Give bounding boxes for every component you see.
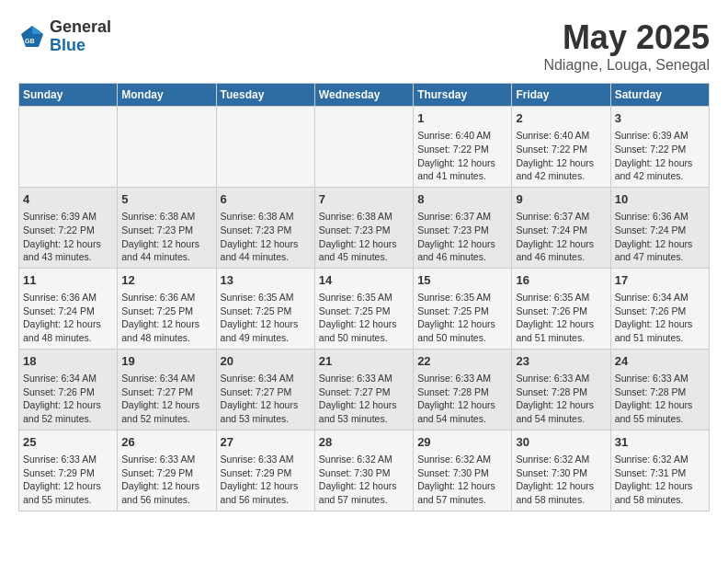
day-content: Sunrise: 6:32 AM Sunset: 7:30 PM Dayligh… [417, 453, 507, 507]
day-content: Sunrise: 6:36 AM Sunset: 7:24 PM Dayligh… [615, 210, 705, 264]
day-number: 9 [516, 191, 606, 208]
day-content: Sunrise: 6:39 AM Sunset: 7:22 PM Dayligh… [23, 210, 113, 264]
day-content: Sunrise: 6:33 AM Sunset: 7:28 PM Dayligh… [516, 372, 606, 426]
day-content: Sunrise: 6:35 AM Sunset: 7:25 PM Dayligh… [319, 291, 409, 345]
day-number: 8 [417, 191, 507, 208]
day-content: Sunrise: 6:32 AM Sunset: 7:31 PM Dayligh… [615, 453, 705, 507]
header-cell-wednesday: Wednesday [314, 84, 413, 107]
calendar-cell: 8Sunrise: 6:37 AM Sunset: 7:23 PM Daylig… [414, 187, 512, 268]
logo-general-text: General [50, 18, 111, 37]
day-number: 2 [516, 110, 606, 127]
header-cell-saturday: Saturday [610, 84, 709, 107]
calendar-cell [314, 107, 413, 188]
week-row-2: 4Sunrise: 6:39 AM Sunset: 7:22 PM Daylig… [19, 187, 710, 268]
calendar-cell: 20Sunrise: 6:34 AM Sunset: 7:27 PM Dayli… [216, 349, 314, 430]
calendar-cell: 31Sunrise: 6:32 AM Sunset: 7:31 PM Dayli… [610, 430, 709, 511]
page-subtitle: Ndiagne, Louga, Senegal [543, 57, 710, 74]
day-number: 12 [121, 272, 211, 289]
title-block: May 2025 Ndiagne, Louga, Senegal [543, 18, 710, 74]
day-content: Sunrise: 6:40 AM Sunset: 7:22 PM Dayligh… [516, 129, 606, 183]
day-number: 1 [417, 110, 507, 127]
day-number: 10 [615, 191, 705, 208]
calendar-cell: 10Sunrise: 6:36 AM Sunset: 7:24 PM Dayli… [610, 187, 709, 268]
calendar-cell: 14Sunrise: 6:35 AM Sunset: 7:25 PM Dayli… [314, 268, 413, 349]
day-content: Sunrise: 6:35 AM Sunset: 7:26 PM Dayligh… [516, 291, 606, 345]
header-row: SundayMondayTuesdayWednesdayThursdayFrid… [19, 84, 710, 107]
header-cell-monday: Monday [118, 84, 216, 107]
day-content: Sunrise: 6:33 AM Sunset: 7:29 PM Dayligh… [121, 453, 211, 507]
calendar-cell: 13Sunrise: 6:35 AM Sunset: 7:25 PM Dayli… [216, 268, 314, 349]
day-content: Sunrise: 6:34 AM Sunset: 7:26 PM Dayligh… [23, 372, 113, 426]
day-content: Sunrise: 6:33 AM Sunset: 7:27 PM Dayligh… [319, 372, 409, 426]
day-number: 19 [121, 353, 211, 370]
day-number: 27 [221, 434, 311, 451]
calendar-cell: 22Sunrise: 6:33 AM Sunset: 7:28 PM Dayli… [414, 349, 512, 430]
day-content: Sunrise: 6:34 AM Sunset: 7:27 PM Dayligh… [221, 372, 311, 426]
calendar-body: 1Sunrise: 6:40 AM Sunset: 7:22 PM Daylig… [19, 107, 710, 511]
calendar-cell: 28Sunrise: 6:32 AM Sunset: 7:30 PM Dayli… [314, 430, 413, 511]
logo-text: General Blue [50, 18, 111, 55]
day-number: 18 [23, 353, 113, 370]
day-number: 31 [615, 434, 705, 451]
calendar-cell: 11Sunrise: 6:36 AM Sunset: 7:24 PM Dayli… [19, 268, 118, 349]
calendar-cell: 17Sunrise: 6:34 AM Sunset: 7:26 PM Dayli… [610, 268, 709, 349]
day-content: Sunrise: 6:33 AM Sunset: 7:28 PM Dayligh… [417, 372, 507, 426]
day-number: 11 [23, 272, 113, 289]
calendar-cell: 4Sunrise: 6:39 AM Sunset: 7:22 PM Daylig… [19, 187, 118, 268]
day-content: Sunrise: 6:38 AM Sunset: 7:23 PM Dayligh… [121, 210, 211, 264]
day-content: Sunrise: 6:38 AM Sunset: 7:23 PM Dayligh… [221, 210, 311, 264]
calendar-cell: 12Sunrise: 6:36 AM Sunset: 7:25 PM Dayli… [118, 268, 216, 349]
day-number: 21 [319, 353, 409, 370]
calendar-cell: 2Sunrise: 6:40 AM Sunset: 7:22 PM Daylig… [512, 107, 610, 188]
day-number: 30 [516, 434, 606, 451]
day-number: 29 [417, 434, 507, 451]
calendar-cell: 30Sunrise: 6:32 AM Sunset: 7:30 PM Dayli… [512, 430, 610, 511]
calendar-cell: 24Sunrise: 6:33 AM Sunset: 7:28 PM Dayli… [610, 349, 709, 430]
week-row-3: 11Sunrise: 6:36 AM Sunset: 7:24 PM Dayli… [19, 268, 710, 349]
calendar-cell: 19Sunrise: 6:34 AM Sunset: 7:27 PM Dayli… [118, 349, 216, 430]
logo-blue-text: Blue [50, 37, 111, 55]
day-number: 26 [121, 434, 211, 451]
calendar-cell: 5Sunrise: 6:38 AM Sunset: 7:23 PM Daylig… [118, 187, 216, 268]
day-number: 22 [417, 353, 507, 370]
day-number: 20 [221, 353, 311, 370]
header-cell-tuesday: Tuesday [216, 84, 314, 107]
day-number: 13 [221, 272, 311, 289]
calendar-cell: 26Sunrise: 6:33 AM Sunset: 7:29 PM Dayli… [118, 430, 216, 511]
day-number: 3 [615, 110, 705, 127]
calendar-cell: 25Sunrise: 6:33 AM Sunset: 7:29 PM Dayli… [19, 430, 118, 511]
calendar-header: SundayMondayTuesdayWednesdayThursdayFrid… [19, 84, 710, 107]
calendar-cell: 7Sunrise: 6:38 AM Sunset: 7:23 PM Daylig… [314, 187, 413, 268]
day-content: Sunrise: 6:34 AM Sunset: 7:26 PM Dayligh… [615, 291, 705, 345]
day-content: Sunrise: 6:37 AM Sunset: 7:24 PM Dayligh… [516, 210, 606, 264]
day-number: 15 [417, 272, 507, 289]
day-content: Sunrise: 6:33 AM Sunset: 7:29 PM Dayligh… [23, 453, 113, 507]
day-number: 17 [615, 272, 705, 289]
calendar-cell [19, 107, 118, 188]
day-content: Sunrise: 6:36 AM Sunset: 7:25 PM Dayligh… [121, 291, 211, 345]
day-content: Sunrise: 6:35 AM Sunset: 7:25 PM Dayligh… [417, 291, 507, 345]
calendar-cell: 18Sunrise: 6:34 AM Sunset: 7:26 PM Dayli… [19, 349, 118, 430]
calendar-cell: 23Sunrise: 6:33 AM Sunset: 7:28 PM Dayli… [512, 349, 610, 430]
day-number: 28 [319, 434, 409, 451]
calendar-cell: 3Sunrise: 6:39 AM Sunset: 7:22 PM Daylig… [610, 107, 709, 188]
calendar-cell: 1Sunrise: 6:40 AM Sunset: 7:22 PM Daylig… [414, 107, 512, 188]
day-content: Sunrise: 6:32 AM Sunset: 7:30 PM Dayligh… [516, 453, 606, 507]
svg-text:GB: GB [25, 38, 35, 44]
header-cell-friday: Friday [512, 84, 610, 107]
day-content: Sunrise: 6:34 AM Sunset: 7:27 PM Dayligh… [121, 372, 211, 426]
day-number: 14 [319, 272, 409, 289]
day-number: 23 [516, 353, 606, 370]
day-content: Sunrise: 6:39 AM Sunset: 7:22 PM Dayligh… [615, 129, 705, 183]
day-content: Sunrise: 6:33 AM Sunset: 7:29 PM Dayligh… [221, 453, 311, 507]
calendar-table: SundayMondayTuesdayWednesdayThursdayFrid… [18, 83, 710, 511]
calendar-cell: 6Sunrise: 6:38 AM Sunset: 7:23 PM Daylig… [216, 187, 314, 268]
day-content: Sunrise: 6:33 AM Sunset: 7:28 PM Dayligh… [615, 372, 705, 426]
day-content: Sunrise: 6:38 AM Sunset: 7:23 PM Dayligh… [319, 210, 409, 264]
day-number: 7 [319, 191, 409, 208]
calendar-cell: 21Sunrise: 6:33 AM Sunset: 7:27 PM Dayli… [314, 349, 413, 430]
day-content: Sunrise: 6:36 AM Sunset: 7:24 PM Dayligh… [23, 291, 113, 345]
day-number: 24 [615, 353, 705, 370]
day-number: 5 [121, 191, 211, 208]
header-cell-sunday: Sunday [19, 84, 118, 107]
